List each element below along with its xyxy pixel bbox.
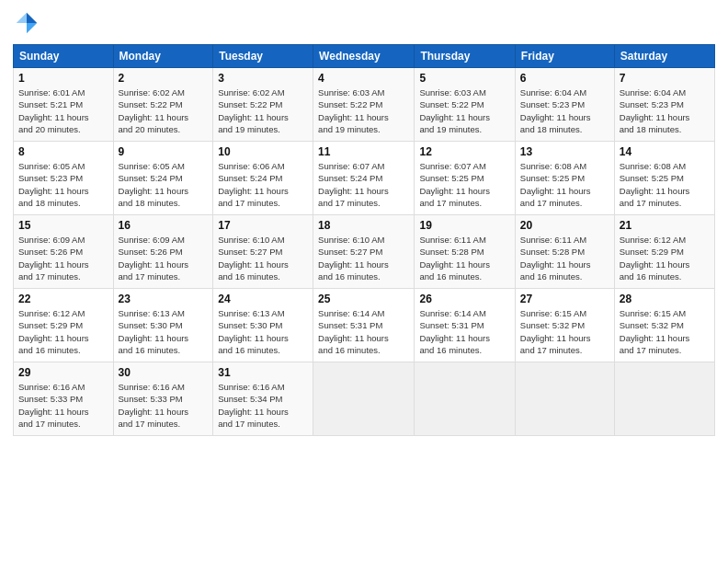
calendar-cell: 6Sunrise: 6:04 AM Sunset: 5:23 PM Daylig…	[515, 68, 614, 142]
day-number: 21	[620, 219, 710, 232]
day-number: 17	[218, 219, 308, 232]
day-info: Sunrise: 6:03 AM Sunset: 5:22 PM Dayligh…	[318, 86, 409, 135]
day-number: 2	[119, 72, 209, 85]
day-info: Sunrise: 6:01 AM Sunset: 5:21 PM Dayligh…	[18, 86, 108, 135]
header	[13, 9, 715, 37]
day-info: Sunrise: 6:05 AM Sunset: 5:24 PM Dayligh…	[119, 160, 209, 209]
calendar-cell: 20Sunrise: 6:11 AM Sunset: 5:28 PM Dayli…	[515, 215, 614, 289]
calendar-cell: 12Sunrise: 6:07 AM Sunset: 5:25 PM Dayli…	[415, 142, 515, 215]
day-info: Sunrise: 6:14 AM Sunset: 5:31 PM Dayligh…	[419, 307, 509, 356]
day-info: Sunrise: 6:09 AM Sunset: 5:26 PM Dayligh…	[119, 234, 209, 282]
day-number: 23	[119, 293, 209, 305]
calendar-cell: 30Sunrise: 6:16 AM Sunset: 5:33 PM Dayli…	[113, 362, 213, 436]
day-info: Sunrise: 6:11 AM Sunset: 5:28 PM Dayligh…	[419, 234, 509, 282]
day-number: 14	[620, 145, 710, 158]
calendar-cell: 5Sunrise: 6:03 AM Sunset: 5:22 PM Daylig…	[415, 68, 515, 142]
calendar-cell: 14Sunrise: 6:08 AM Sunset: 5:25 PM Dayli…	[614, 142, 714, 215]
calendar-cell: 27Sunrise: 6:15 AM Sunset: 5:32 PM Dayli…	[515, 289, 614, 362]
weekday-header-row: SundayMondayTuesdayWednesdayThursdayFrid…	[14, 45, 715, 68]
day-info: Sunrise: 6:10 AM Sunset: 5:27 PM Dayligh…	[218, 234, 308, 282]
calendar-cell: 1Sunrise: 6:01 AM Sunset: 5:21 PM Daylig…	[14, 68, 114, 142]
day-info: Sunrise: 6:02 AM Sunset: 5:22 PM Dayligh…	[119, 86, 209, 135]
calendar-cell: 4Sunrise: 6:03 AM Sunset: 5:22 PM Daylig…	[313, 68, 415, 142]
weekday-header-thursday: Thursday	[415, 45, 515, 68]
weekday-header-sunday: Sunday	[14, 45, 114, 68]
day-number: 18	[318, 219, 409, 232]
calendar-cell: 13Sunrise: 6:08 AM Sunset: 5:25 PM Dayli…	[515, 142, 614, 215]
calendar-cell: 24Sunrise: 6:13 AM Sunset: 5:30 PM Dayli…	[213, 289, 313, 362]
calendar-cell: 21Sunrise: 6:12 AM Sunset: 5:29 PM Dayli…	[614, 215, 714, 289]
day-number: 7	[620, 72, 710, 85]
calendar-cell: 29Sunrise: 6:16 AM Sunset: 5:33 PM Dayli…	[14, 362, 114, 436]
day-info: Sunrise: 6:08 AM Sunset: 5:25 PM Dayligh…	[620, 160, 710, 209]
calendar-cell: 25Sunrise: 6:14 AM Sunset: 5:31 PM Dayli…	[313, 289, 415, 362]
weekday-header-wednesday: Wednesday	[313, 45, 415, 68]
calendar-week-row: 15Sunrise: 6:09 AM Sunset: 5:26 PM Dayli…	[14, 215, 715, 289]
calendar-cell: 18Sunrise: 6:10 AM Sunset: 5:27 PM Dayli…	[313, 215, 415, 289]
weekday-header-saturday: Saturday	[614, 45, 714, 68]
day-info: Sunrise: 6:12 AM Sunset: 5:29 PM Dayligh…	[620, 234, 710, 282]
calendar-week-row: 1Sunrise: 6:01 AM Sunset: 5:21 PM Daylig…	[14, 68, 715, 142]
weekday-header-tuesday: Tuesday	[213, 45, 313, 68]
calendar-cell: 16Sunrise: 6:09 AM Sunset: 5:26 PM Dayli…	[113, 215, 213, 289]
day-info: Sunrise: 6:13 AM Sunset: 5:30 PM Dayligh…	[119, 307, 209, 356]
day-number: 19	[419, 219, 509, 232]
calendar-cell	[313, 362, 415, 436]
day-number: 29	[18, 366, 108, 379]
day-info: Sunrise: 6:10 AM Sunset: 5:27 PM Dayligh…	[318, 234, 409, 282]
calendar-week-row: 29Sunrise: 6:16 AM Sunset: 5:33 PM Dayli…	[14, 362, 715, 436]
day-number: 30	[119, 366, 209, 379]
day-info: Sunrise: 6:07 AM Sunset: 5:25 PM Dayligh…	[419, 160, 509, 209]
day-number: 24	[218, 293, 308, 305]
day-info: Sunrise: 6:03 AM Sunset: 5:22 PM Dayligh…	[419, 86, 509, 135]
day-info: Sunrise: 6:16 AM Sunset: 5:33 PM Dayligh…	[18, 381, 108, 430]
day-number: 13	[520, 145, 609, 158]
day-number: 27	[520, 293, 609, 305]
day-info: Sunrise: 6:14 AM Sunset: 5:31 PM Dayligh…	[318, 307, 409, 356]
calendar-cell	[415, 362, 515, 436]
calendar-cell: 10Sunrise: 6:06 AM Sunset: 5:24 PM Dayli…	[213, 142, 313, 215]
day-info: Sunrise: 6:11 AM Sunset: 5:28 PM Dayligh…	[520, 234, 609, 282]
calendar-cell: 19Sunrise: 6:11 AM Sunset: 5:28 PM Dayli…	[415, 215, 515, 289]
calendar-cell	[614, 362, 714, 436]
calendar-cell: 22Sunrise: 6:12 AM Sunset: 5:29 PM Dayli…	[14, 289, 114, 362]
day-number: 4	[318, 72, 409, 85]
day-info: Sunrise: 6:02 AM Sunset: 5:22 PM Dayligh…	[218, 86, 308, 135]
day-number: 9	[119, 145, 209, 158]
day-info: Sunrise: 6:07 AM Sunset: 5:24 PM Dayligh…	[318, 160, 409, 209]
calendar-cell: 28Sunrise: 6:15 AM Sunset: 5:32 PM Dayli…	[614, 289, 714, 362]
calendar-cell: 15Sunrise: 6:09 AM Sunset: 5:26 PM Dayli…	[14, 215, 114, 289]
day-number: 31	[218, 366, 308, 379]
day-number: 22	[18, 293, 108, 305]
calendar-week-row: 8Sunrise: 6:05 AM Sunset: 5:23 PM Daylig…	[14, 142, 715, 215]
calendar-cell: 7Sunrise: 6:04 AM Sunset: 5:23 PM Daylig…	[614, 68, 714, 142]
weekday-header-friday: Friday	[515, 45, 614, 68]
logo	[13, 9, 44, 37]
svg-marker-1	[27, 23, 37, 33]
day-number: 16	[119, 219, 209, 232]
day-info: Sunrise: 6:16 AM Sunset: 5:33 PM Dayligh…	[119, 381, 209, 430]
day-number: 12	[419, 145, 509, 158]
calendar-cell	[515, 362, 614, 436]
calendar-cell: 11Sunrise: 6:07 AM Sunset: 5:24 PM Dayli…	[313, 142, 415, 215]
day-number: 8	[18, 145, 108, 158]
day-info: Sunrise: 6:05 AM Sunset: 5:23 PM Dayligh…	[18, 160, 108, 209]
calendar-cell: 17Sunrise: 6:10 AM Sunset: 5:27 PM Dayli…	[213, 215, 313, 289]
svg-marker-0	[27, 13, 37, 23]
calendar-cell: 8Sunrise: 6:05 AM Sunset: 5:23 PM Daylig…	[14, 142, 114, 215]
day-number: 10	[218, 145, 308, 158]
day-info: Sunrise: 6:04 AM Sunset: 5:23 PM Dayligh…	[620, 86, 710, 135]
calendar-cell: 31Sunrise: 6:16 AM Sunset: 5:34 PM Dayli…	[213, 362, 313, 436]
page: SundayMondayTuesdayWednesdayThursdayFrid…	[0, 0, 728, 563]
calendar-week-row: 22Sunrise: 6:12 AM Sunset: 5:29 PM Dayli…	[14, 289, 715, 362]
day-number: 6	[520, 72, 609, 85]
calendar-cell: 23Sunrise: 6:13 AM Sunset: 5:30 PM Dayli…	[113, 289, 213, 362]
day-number: 25	[318, 293, 409, 305]
day-number: 26	[419, 293, 509, 305]
day-info: Sunrise: 6:16 AM Sunset: 5:34 PM Dayligh…	[218, 381, 308, 430]
logo-icon	[13, 9, 40, 37]
calendar-table: SundayMondayTuesdayWednesdayThursdayFrid…	[13, 44, 715, 436]
weekday-header-monday: Monday	[113, 45, 213, 68]
day-number: 1	[18, 72, 108, 85]
day-info: Sunrise: 6:12 AM Sunset: 5:29 PM Dayligh…	[18, 307, 108, 356]
